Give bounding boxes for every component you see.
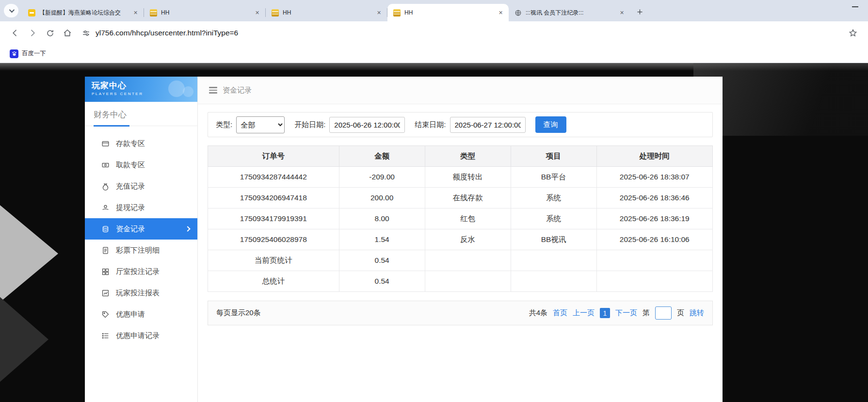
cell-type: 额度转出 — [425, 167, 511, 188]
close-icon[interactable]: × — [131, 9, 140, 17]
sidebar-item-recharge-records[interactable]: 充值记录 — [85, 176, 197, 197]
cell-summary-label: 总统计 — [208, 271, 339, 292]
current-page-indicator[interactable]: 1 — [600, 308, 610, 318]
background-shape — [0, 272, 48, 402]
deposit-icon — [101, 140, 110, 148]
gold-icon — [393, 9, 401, 16]
prev-page-link[interactable]: 上一页 — [573, 308, 595, 318]
back-button[interactable] — [7, 25, 23, 41]
star-icon — [848, 28, 858, 38]
tab-title: HH — [283, 9, 371, 16]
jump-link[interactable]: 跳转 — [690, 308, 704, 318]
filter-bar: 类型: 全部 开始日期: 结束日期: 查询 — [208, 112, 713, 137]
coin-hand-icon — [101, 204, 110, 212]
omnibox[interactable]: yl756.com/hhcp/usercenter.html?iniType=6 — [81, 25, 861, 41]
tab-title: HH — [404, 9, 493, 16]
forward-button[interactable] — [24, 25, 41, 41]
new-tab-button[interactable] — [633, 5, 646, 18]
sidebar-item-label: 厅室投注记录 — [116, 267, 160, 276]
cell-time: 2025-06-26 18:38:07 — [596, 167, 712, 188]
search-button[interactable]: 查询 — [535, 116, 566, 133]
tab-hh-1[interactable]: HH × — [144, 4, 265, 21]
col-time: 处理时间 — [596, 146, 712, 167]
sidebar-item-label: 提现记录 — [116, 203, 145, 212]
close-icon[interactable]: × — [375, 9, 383, 17]
type-label: 类型: — [216, 120, 232, 129]
tab-forum[interactable]: 【新提醒】海燕策略论坛综合交 × — [22, 4, 144, 21]
tab-hh-active[interactable]: HH × — [387, 4, 509, 21]
tab-video-records[interactable]: :::视讯 会员下注纪录::: × — [509, 4, 630, 21]
globe-icon — [514, 9, 522, 16]
sidebar-item-hall-bet-records[interactable]: 厅室投注记录 — [85, 261, 197, 282]
cell-amount: 0.54 — [339, 250, 425, 271]
sidebar-item-lottery-bet-detail[interactable]: 彩票下注明细 — [85, 240, 197, 261]
first-page-link[interactable]: 首页 — [553, 308, 567, 318]
tab-title: 【新提醒】海燕策略论坛综合交 — [39, 9, 128, 17]
site-info-icon[interactable] — [81, 29, 91, 38]
forum-icon — [28, 9, 35, 16]
table-row: 1750934179919391 8.00 红包 系统 2025-06-26 1… — [208, 209, 713, 229]
col-project: 项目 — [511, 146, 596, 167]
cell-order-id: 1750934287444442 — [208, 167, 339, 188]
table-header-row: 订单号 金额 类型 项目 处理时间 — [208, 146, 713, 167]
cell-summary-label: 当前页统计 — [208, 250, 339, 271]
table-row: 1750934287444442 -209.00 额度转出 BB平台 2025-… — [208, 167, 713, 188]
next-page-link[interactable]: 下一页 — [615, 308, 637, 318]
cell-project: 系统 — [511, 188, 596, 209]
reload-button[interactable] — [42, 25, 58, 41]
sidebar-item-label: 彩票下注明细 — [116, 246, 160, 255]
bookmarks-bar: 百度一下 — [0, 45, 868, 63]
cell-amount: 200.00 — [339, 188, 425, 209]
sidebar-item-promo-apply[interactable]: 优惠申请 — [85, 304, 197, 325]
sidebar-menu: 存款专区 取款专区 充值记录 提现记录 资金记录 — [85, 126, 197, 346]
gold-icon — [272, 9, 279, 16]
jump-prefix-label: 第 — [643, 308, 650, 318]
page-background: 玩家中心 PLAYERS CENTER 财务中心 存款专区 取款专区 充值记录 — [0, 63, 868, 402]
sidebar-item-player-bet-report[interactable]: 玩家投注报表 — [85, 282, 197, 304]
banknote-icon — [101, 161, 110, 169]
close-icon[interactable]: × — [497, 9, 505, 17]
end-date-label: 结束日期: — [415, 120, 446, 129]
close-icon[interactable]: × — [253, 9, 261, 17]
close-icon[interactable]: × — [618, 9, 626, 17]
sidebar-item-deposit[interactable]: 存款专区 — [85, 133, 197, 154]
bookmark-baidu[interactable]: 百度一下 — [7, 48, 49, 60]
col-order-id: 订单号 — [208, 146, 339, 167]
sidebar-item-fund-records[interactable]: 资金记录 — [85, 218, 197, 240]
col-amount: 金额 — [339, 146, 425, 167]
list-icon — [101, 332, 110, 340]
cell-time: 2025-06-26 18:36:19 — [596, 209, 712, 229]
chart-icon — [101, 289, 110, 297]
start-date-input[interactable] — [329, 117, 405, 133]
sidebar-item-withdrawal-records[interactable]: 提现记录 — [85, 197, 197, 218]
type-select[interactable]: 全部 — [236, 116, 285, 133]
cell-project: 系统 — [511, 209, 596, 229]
chevron-right-icon — [185, 226, 190, 231]
page-header: 资金记录 — [198, 77, 723, 104]
sidebar-subtitle: PLAYERS CENTER — [92, 92, 191, 96]
sidebar-item-promo-apply-records[interactable]: 优惠申请记录 — [85, 325, 197, 346]
end-date-input[interactable] — [450, 117, 526, 133]
sidebar-item-withdraw[interactable]: 取款专区 — [85, 154, 197, 176]
bookmark-star-button[interactable] — [845, 25, 861, 41]
home-icon — [63, 28, 72, 38]
page-number-input[interactable] — [655, 306, 672, 320]
pagination-controls: 共4条 首页 上一页 1 下一页 第 页 跳转 — [529, 306, 704, 320]
tab-hh-2[interactable]: HH × — [266, 4, 387, 21]
minimize-button[interactable] — [852, 6, 858, 7]
url-text[interactable]: yl756.com/hhcp/usercenter.html?iniType=6 — [96, 29, 238, 37]
menu-icon[interactable] — [209, 87, 217, 94]
table-summary-row: 总统计 0.54 — [208, 271, 713, 292]
home-button[interactable] — [59, 25, 76, 41]
coins-icon — [101, 225, 110, 233]
sidebar-item-label: 优惠申请记录 — [116, 331, 160, 340]
col-type: 类型 — [425, 146, 511, 167]
cell-type: 反水 — [425, 229, 511, 250]
tab-search-button[interactable] — [4, 4, 18, 17]
cell-time: 2025-06-26 18:36:46 — [596, 188, 712, 209]
main-content: 资金记录 类型: 全部 开始日期: 结束日期: 查询 订单号 — [198, 77, 723, 402]
sidebar-header: 玩家中心 PLAYERS CENTER — [85, 77, 197, 102]
tag-icon — [101, 310, 110, 319]
cell-amount: 8.00 — [339, 209, 425, 229]
total-count: 共4条 — [529, 308, 547, 318]
